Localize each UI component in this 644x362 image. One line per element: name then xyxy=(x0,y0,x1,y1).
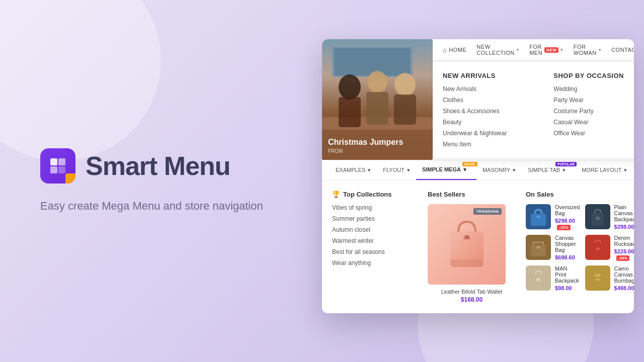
mega-menu-dropdown: New Arrivals New Arrivals Clothes Shoes … xyxy=(433,61,634,158)
hero-image: Christmas Jumpers FROM xyxy=(322,39,433,160)
popular-badge: POPULAR xyxy=(555,162,577,166)
svg-rect-12 xyxy=(366,92,388,125)
tab-more-layout[interactable]: MORE LAYOUT ▾ xyxy=(576,160,633,180)
mega-menu-item[interactable]: Party Wear xyxy=(553,97,634,104)
svg-rect-24 xyxy=(531,244,546,256)
svg-point-19 xyxy=(466,236,468,238)
chevron-icon-5: ▾ xyxy=(562,167,566,173)
mega-menu-item[interactable]: Casual Wear xyxy=(553,119,634,126)
chevron-down-icon: ▾ xyxy=(517,47,520,52)
sale-item[interactable]: MAN Print Backpack $98.00 xyxy=(526,265,580,291)
svg-rect-27 xyxy=(596,247,600,250)
sale-name: Canvas Shopper Bag xyxy=(555,235,580,253)
svg-rect-14 xyxy=(394,95,416,125)
chevron-icon-6: ▾ xyxy=(624,167,627,173)
sale-item[interactable]: Camo Canvas Bumbag $498.00 xyxy=(585,265,634,291)
tab-simple-mega[interactable]: SIMPLE MEGA ▾ BASIC xyxy=(416,160,476,180)
sale-thumb-2 xyxy=(585,204,610,229)
svg-rect-0 xyxy=(50,158,57,165)
right-panel: Christmas Jumpers FROM ⌂ HOME NEW COLLEC… xyxy=(322,49,644,313)
list-item[interactable]: Summer parties xyxy=(332,215,418,222)
mega-menu-item[interactable]: Shoes & Accessories xyxy=(443,108,533,115)
browser-window: Christmas Jumpers FROM ⌂ HOME NEW COLLEC… xyxy=(322,39,634,313)
chevron-down-icon-3: ▾ xyxy=(599,47,602,52)
sale-info: Camo Canvas Bumbag $498.00 xyxy=(614,265,634,291)
bag-svg xyxy=(444,217,490,272)
svg-rect-3 xyxy=(58,166,65,173)
sale-thumb-5 xyxy=(526,265,551,291)
sale-price: $298.00 -10% xyxy=(555,218,580,230)
nav-contact[interactable]: CONTACT ▾ xyxy=(611,47,634,53)
sale-thumb-4 xyxy=(585,235,610,260)
tab-more-layout-label: MORE LAYOUT xyxy=(582,167,621,173)
tab-flyout[interactable]: FLYOUT ▾ xyxy=(377,160,416,180)
svg-rect-23 xyxy=(596,217,600,220)
svg-rect-21 xyxy=(537,216,540,218)
product-card[interactable]: TRENDING xyxy=(428,204,516,303)
collections-title: Top Collections xyxy=(343,191,392,198)
mega-menu-item[interactable]: Costume Party xyxy=(553,108,634,115)
mega-menu-item[interactable]: New Arrivals xyxy=(443,85,533,93)
mega-menu-item[interactable]: Underwear & Nightwear xyxy=(443,130,533,137)
tab-simple-tab-label: SIMPLE TAB xyxy=(528,167,560,173)
nav-for-men[interactable]: FOR MEN New ▾ xyxy=(529,44,564,56)
trophy-icon: 🏆 xyxy=(332,191,340,198)
nav-for-woman[interactable]: FOR WOMAN ▾ xyxy=(574,44,601,56)
list-item[interactable]: Best for all seasons xyxy=(332,248,418,255)
mega-menu-item[interactable]: Clothes xyxy=(443,97,533,104)
mega-menu-col-arrivals: New Arrivals New Arrivals Clothes Shoes … xyxy=(443,72,533,148)
chevron-icon-3: ▾ xyxy=(463,166,466,173)
list-item[interactable]: Vibes of spring xyxy=(332,204,418,211)
svg-point-11 xyxy=(367,71,387,93)
mega-menu-item[interactable]: Wedding xyxy=(553,85,634,93)
tab-examples-label: EXAMPLES xyxy=(336,167,365,173)
sale-thumb-3 xyxy=(526,235,551,260)
list-item[interactable]: Wear anything xyxy=(332,259,418,266)
mega-menu-col2-list: Wedding Party Wear Costume Party Casual … xyxy=(553,85,634,137)
list-item[interactable]: Autumn closet xyxy=(332,226,418,233)
tab-contact[interactable]: CONTACT ▾ xyxy=(633,160,634,180)
tab-flyout-label: FLYOUT xyxy=(383,167,405,173)
sale-info: MAN Print Backpack $98.00 xyxy=(555,265,580,291)
tab-masonry[interactable]: MASONRY ▾ xyxy=(476,160,522,180)
mega-menu-col1-list: New Arrivals Clothes Shoes & Accessories… xyxy=(443,85,533,148)
bag-thumb-svg xyxy=(588,237,608,257)
nav-for-men-label: FOR MEN xyxy=(529,44,542,56)
collections-header: 🏆 Top Collections xyxy=(332,191,418,198)
collection-list: Vibes of spring Summer parties Autumn cl… xyxy=(332,204,418,266)
sale-info: Plain Canvas Backpack $298.00 xyxy=(614,204,634,230)
sale-item[interactable]: Denim Rucksack $228.00 -30% xyxy=(585,235,634,260)
svg-point-9 xyxy=(339,74,361,100)
svg-rect-31 xyxy=(595,274,601,277)
brand-subtitle: Easy create Mega Menu and store navigati… xyxy=(40,199,282,214)
sale-item[interactable]: Oversized Bag $298.00 -10% xyxy=(526,204,580,230)
mega-menu-item[interactable]: Beauty xyxy=(443,119,533,126)
nav-home[interactable]: ⌂ HOME xyxy=(443,46,466,54)
sale-item[interactable]: Plain Canvas Backpack $298.00 xyxy=(585,204,634,230)
svg-rect-1 xyxy=(58,158,65,165)
main-content: 🏆 Top Collections Vibes of spring Summer… xyxy=(322,180,634,313)
svg-rect-20 xyxy=(531,214,546,226)
top-nav: ⌂ HOME NEW COLLECTION ▾ FOR MEN New ▾ FO… xyxy=(433,39,634,61)
sale-discount-badge: -30% xyxy=(616,255,630,261)
mega-menu-col1-title: New Arrivals xyxy=(443,72,533,79)
mega-menu-item[interactable]: Menu Item xyxy=(443,141,533,148)
svg-rect-25 xyxy=(536,246,540,248)
svg-rect-6 xyxy=(335,48,410,75)
tab-simple-tab[interactable]: SIMPLE TAB ▾ POPULAR xyxy=(522,160,576,180)
nav-contact-label: CONTACT xyxy=(611,47,634,53)
sale-item[interactable]: Canvas Shopper Bag $698.60 xyxy=(526,235,580,260)
brand-logo xyxy=(40,148,75,184)
home-icon: ⌂ xyxy=(443,46,447,54)
bag-thumb-svg xyxy=(528,237,548,257)
sale-thumb-1 xyxy=(526,204,551,229)
mega-menu-item[interactable]: Office Wear xyxy=(553,130,634,137)
list-item[interactable]: Warmest winter xyxy=(332,237,418,244)
sale-info: Oversized Bag $298.00 -10% xyxy=(555,204,580,230)
nav-new-collection[interactable]: NEW COLLECTION ▾ xyxy=(476,44,519,56)
basic-badge: BASIC xyxy=(462,162,477,166)
left-panel: Smart Menu Easy create Mega Menu and sto… xyxy=(0,118,322,244)
sale-info: Canvas Shopper Bag $698.60 xyxy=(555,235,580,260)
tab-examples[interactable]: EXAMPLES ▾ xyxy=(330,160,377,180)
bag-thumb-svg xyxy=(588,268,608,288)
